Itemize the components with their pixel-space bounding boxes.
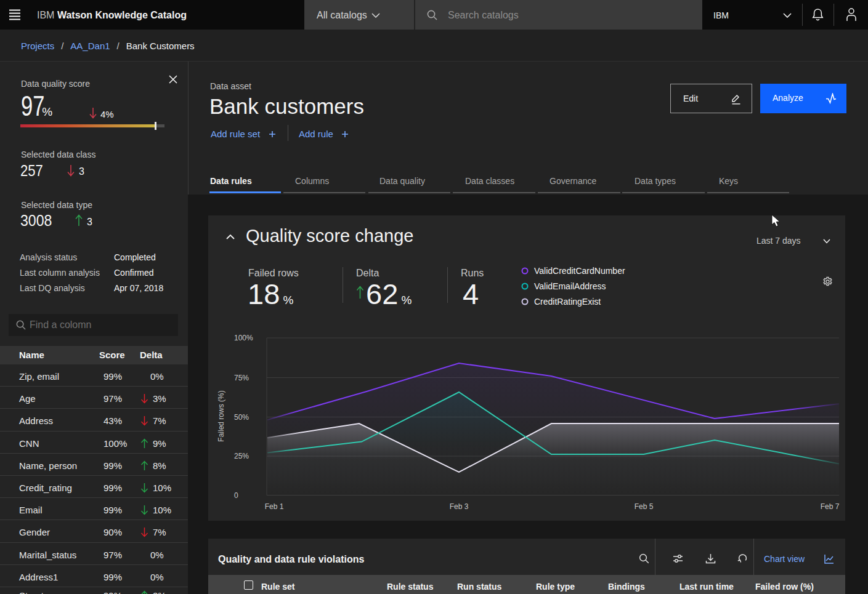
svg-text:75%: 75% — [234, 374, 249, 382]
svg-text:Failed rows (%): Failed rows (%) — [217, 390, 225, 441]
svg-text:50%: 50% — [234, 413, 249, 422]
svg-text:Feb 3: Feb 3 — [450, 502, 469, 511]
svg-text:25%: 25% — [234, 452, 249, 460]
svg-text:Feb 7: Feb 7 — [821, 502, 840, 511]
svg-text:100%: 100% — [234, 334, 253, 342]
svg-text:Feb 1: Feb 1 — [265, 502, 284, 511]
svg-text:0: 0 — [234, 491, 238, 500]
svg-text:Feb 5: Feb 5 — [635, 502, 654, 511]
